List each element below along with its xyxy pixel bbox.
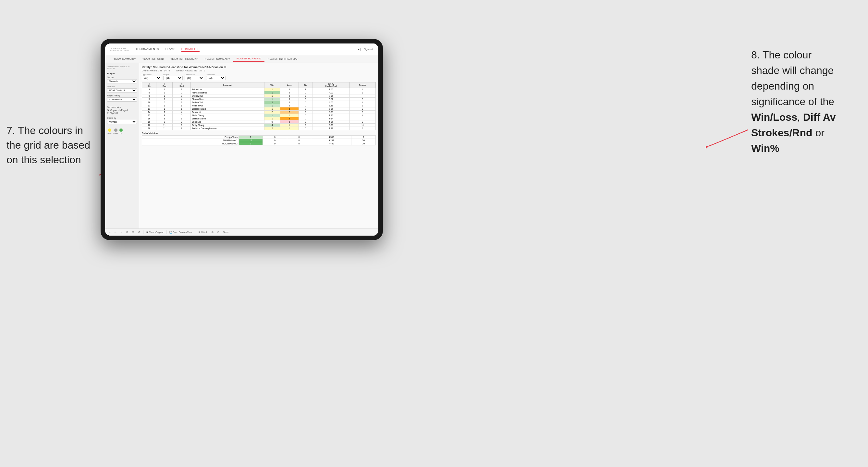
opponent-view-radio: Opponents Played Top 100 [107,109,137,114]
tablet-screen: SCOREBOARD Powered by clippd TOURNAMENTS… [105,43,378,236]
main-nav: TOURNAMENTS TEAMS COMMITTEE [136,47,359,52]
watch-btn[interactable]: 👁 Watch [197,231,209,234]
sign-out-link[interactable]: Sign out [364,48,373,51]
opponent-filter-group: Opponent (All) [206,74,225,80]
main-content: Last Updated: 27/03/2024 16:55:38 Player… [105,63,378,228]
legend-down: Down [107,128,112,134]
col-tie: Tie [299,83,312,88]
gender-label: Gender [107,76,137,79]
grid-content: Katelyn Vo Head-to-Head Grid for Women's… [139,63,378,228]
grid-title: Katelyn Vo Head-to-Head Grid for Women's… [142,66,376,69]
sub-nav-team-h2h-grid[interactable]: TEAM H2H GRID [139,56,167,62]
table-row: NCAA Division 2 5 0 0 7.400 10 [142,142,376,145]
copy-btn[interactable]: ⊞ [125,231,129,234]
clock-btn[interactable]: ⏱ [137,231,141,234]
nav-committee[interactable]: COMMITTEE [181,47,200,52]
colour-by-label: Colour by [107,117,137,119]
view-original-btn[interactable]: ▣ View: Original [145,231,164,234]
table-row: 1474 Eunice Yi 2 2 0 0.38 9 [142,111,376,114]
opponents-played-dot [107,109,110,111]
opponents-filter-label: Opponents: [142,74,161,75]
app-logo: SCOREBOARD Powered by clippd [110,48,129,51]
icon2-btn[interactable]: ⊡ [216,231,220,234]
paste-btn[interactable]: ⊡ [131,231,135,234]
table-row: 1111 Heejo Hyun 1 0 0 3.33 3 [142,104,376,107]
table-row: 1063 Andrea York 2 0 0 4.00 4 [142,101,376,104]
legend-level: Level [113,128,118,134]
sub-nav: TEAM SUMMARY TEAM H2H GRID TEAM H2H HEAT… [105,55,378,63]
save-custom-view-btn[interactable]: 💾 Save Custom View [168,231,193,234]
opponents-filter-select[interactable]: (All) [142,76,161,80]
table-row: 20116 Emily Chang 4 1 0 0.30 11 [142,124,376,127]
app-header: SCOREBOARD Powered by clippd TOURNAMENTS… [105,43,378,55]
table-row: 914 Sharon Mun 1 0 0 3.67 3 [142,98,376,101]
col-opponent: Opponent [191,83,264,88]
undo2-btn[interactable]: ↩ [114,231,118,234]
out-of-division-table: Foreign Team 1 0 0 4.500 2 NAIA Division… [142,135,376,145]
col-conf: #Conf [173,83,191,88]
arrow-right-icon [706,123,751,156]
division-select[interactable]: NCAA Division III [107,88,137,93]
annotation-right: 8. The colourshade will changedepending … [751,47,855,156]
toolbar-sep3 [195,230,195,234]
filters-row: Opponents: (All) Region (All) Conference [142,74,376,80]
table-row: 1631 Jessica Mason 1 2 0 -0.94 [142,117,376,120]
legend-up: Up [119,128,123,134]
opponent-view-section: Opponent view Opponents Played Top 100 [107,106,137,114]
share-btn[interactable]: Share [222,231,230,234]
toolbar-sep2 [166,230,166,234]
conference-filter-select[interactable]: (All) [185,76,204,80]
top100-radio[interactable]: Top 100 [107,112,137,114]
sub-nav-player-h2h-heatmap[interactable]: PLAYER H2H HEATMAP [265,56,302,62]
player-rank-label: Player (Rank) [107,94,137,97]
legend-level-circle [114,128,118,132]
colour-by-select[interactable]: Win/loss [107,120,137,124]
top100-dot [107,112,110,114]
division-record: Division Record: 331 - 34 - 6 [176,69,205,72]
out-of-division-header: Out of division [142,132,376,134]
player-rank-select[interactable]: 8. Katelyn Vo [107,97,137,101]
bottom-toolbar: ↩ ↩ ↪ ⊞ ⊡ ⏱ ▣ View: Original 💾 Save Cust… [105,228,378,236]
last-updated: Last Updated: 27/03/2024 16:55:38 [107,66,137,69]
col-div: #Div [142,83,156,88]
sub-nav-player-summary[interactable]: PLAYER SUMMARY [202,56,233,62]
conference-filter-label: Conference [185,74,204,75]
conference-filter-group: Conference (All) [185,74,204,80]
opponent-filter-label: Opponent [206,74,225,75]
toolbar-sep1 [143,230,144,234]
sidebar: Last Updated: 27/03/2024 16:55:38 Player… [105,63,139,228]
region-filter-label: Region [163,74,183,75]
col-rounds: Rounds [350,83,376,88]
col-reg: #Reg [156,83,173,88]
table-row: 633 Sydney Kuo 1 0 0 -1.00 [142,94,376,98]
region-filter-select[interactable]: (All) [163,76,183,80]
colour-by-section: Colour by Win/loss [107,117,137,126]
colour-legend: Down Level Up [107,128,137,134]
sidebar-player-title: Player [107,72,137,75]
header-right: ▸ | Sign out [358,48,373,51]
division-label: Division [107,85,137,88]
view-icon: ▣ [146,231,149,234]
sub-nav-team-h2h-heatmap[interactable]: TEAM H2H HEATMAP [167,56,202,62]
main-table-section: #Div #Reg #Conf Opponent Win Loss Tie Di… [142,82,376,130]
table-row: 1822 Euna Lee 0 2 0 -5.00 2 [142,120,376,124]
nav-teams[interactable]: TEAMS [165,47,176,52]
grid-records: Overall Record: 353 - 34 - 6 Division Re… [142,69,376,72]
redo-btn[interactable]: ↪ [119,231,123,234]
undo-btn[interactable]: ↩ [108,231,112,234]
eye-icon: 👁 [198,231,200,234]
table-row: 1585 Stella Cheng 1 1 0 1.25 4 [142,114,376,117]
nav-tournaments[interactable]: TOURNAMENTS [136,47,159,52]
tablet-device: SCOREBOARD Powered by clippd TOURNAMENTS… [101,39,383,240]
sub-nav-team-summary[interactable]: TEAM SUMMARY [110,56,139,62]
gender-select[interactable]: Women's [107,79,137,84]
sub-nav-player-h2h-grid[interactable]: PLAYER H2H GRID [233,56,265,62]
opponents-filter-group: Opponents: (All) [142,74,161,80]
overall-record: Overall Record: 353 - 34 - 6 [142,69,170,72]
annotation-left: 7. The colours in the grid are based on … [6,123,97,167]
opponent-filter-select[interactable]: (All) [206,76,225,80]
opponents-played-radio[interactable]: Opponents Played [107,109,137,111]
icon1-btn[interactable]: ⊞ [211,231,215,234]
region-filter-group: Region (All) [163,74,183,80]
table-row: Foreign Team 1 0 0 4.500 2 [142,136,376,139]
